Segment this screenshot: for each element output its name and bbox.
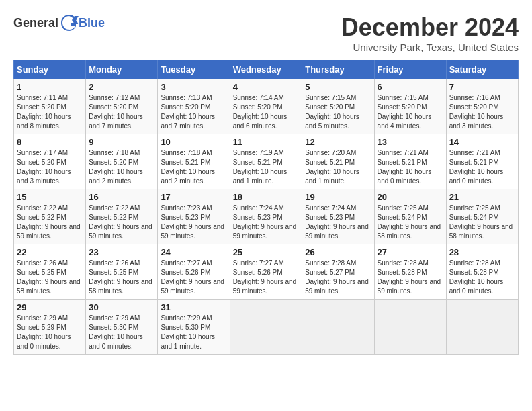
day-number: 4 xyxy=(233,82,300,92)
day-info: Sunrise: 7:27 AM Sunset: 5:26 PM Dayligh… xyxy=(233,259,300,296)
day-info: Sunrise: 7:27 AM Sunset: 5:26 PM Dayligh… xyxy=(161,259,226,296)
calendar-cell: 31 Sunrise: 7:29 AM Sunset: 5:30 PM Dayl… xyxy=(158,300,230,355)
day-number: 21 xyxy=(449,192,515,202)
logo-icon xyxy=(60,13,79,32)
col-friday: Friday xyxy=(374,60,446,79)
day-number: 10 xyxy=(161,137,226,147)
col-saturday: Saturday xyxy=(446,60,518,79)
day-number: 13 xyxy=(378,137,443,147)
day-number: 18 xyxy=(233,192,300,202)
calendar-cell xyxy=(302,300,374,355)
calendar-cell: 23 Sunrise: 7:26 AM Sunset: 5:25 PM Dayl… xyxy=(86,244,158,300)
day-info: Sunrise: 7:15 AM Sunset: 5:20 PM Dayligh… xyxy=(305,93,371,131)
day-info: Sunrise: 7:26 AM Sunset: 5:25 PM Dayligh… xyxy=(17,259,83,296)
col-wednesday: Wednesday xyxy=(230,60,302,79)
day-number: 16 xyxy=(89,192,154,202)
calendar-cell: 27 Sunrise: 7:28 AM Sunset: 5:28 PM Dayl… xyxy=(374,244,446,300)
calendar-cell: 4 Sunrise: 7:14 AM Sunset: 5:20 PM Dayli… xyxy=(230,79,302,134)
day-number: 9 xyxy=(89,137,154,147)
day-info: Sunrise: 7:26 AM Sunset: 5:25 PM Dayligh… xyxy=(89,259,154,296)
day-number: 15 xyxy=(17,192,83,202)
day-number: 11 xyxy=(233,137,300,147)
day-info: Sunrise: 7:13 AM Sunset: 5:20 PM Dayligh… xyxy=(161,93,226,131)
logo-blue-text: Blue xyxy=(79,16,105,30)
day-number: 7 xyxy=(449,82,515,92)
calendar-week-row: 8 Sunrise: 7:17 AM Sunset: 5:20 PM Dayli… xyxy=(14,134,519,189)
calendar-cell: 5 Sunrise: 7:15 AM Sunset: 5:20 PM Dayli… xyxy=(302,79,374,134)
day-number: 5 xyxy=(305,82,371,92)
day-info: Sunrise: 7:23 AM Sunset: 5:23 PM Dayligh… xyxy=(161,203,226,241)
day-number: 24 xyxy=(161,247,226,257)
day-info: Sunrise: 7:28 AM Sunset: 5:27 PM Dayligh… xyxy=(305,259,371,296)
day-info: Sunrise: 7:21 AM Sunset: 5:21 PM Dayligh… xyxy=(449,148,515,186)
calendar-week-row: 29 Sunrise: 7:29 AM Sunset: 5:29 PM Dayl… xyxy=(14,300,519,355)
day-info: Sunrise: 7:20 AM Sunset: 5:21 PM Dayligh… xyxy=(305,148,371,186)
day-number: 12 xyxy=(305,137,371,147)
col-monday: Monday xyxy=(86,60,158,79)
calendar-cell: 1 Sunrise: 7:11 AM Sunset: 5:20 PM Dayli… xyxy=(14,79,86,134)
day-info: Sunrise: 7:14 AM Sunset: 5:20 PM Dayligh… xyxy=(233,93,300,131)
day-info: Sunrise: 7:22 AM Sunset: 5:22 PM Dayligh… xyxy=(89,203,154,241)
day-info: Sunrise: 7:18 AM Sunset: 5:20 PM Dayligh… xyxy=(89,148,154,186)
logo: General Blue xyxy=(13,13,105,32)
day-info: Sunrise: 7:28 AM Sunset: 5:28 PM Dayligh… xyxy=(449,259,515,296)
calendar-cell: 25 Sunrise: 7:27 AM Sunset: 5:26 PM Dayl… xyxy=(230,244,302,300)
calendar-cell xyxy=(230,300,302,355)
day-number: 3 xyxy=(161,82,226,92)
calendar-cell: 22 Sunrise: 7:26 AM Sunset: 5:25 PM Dayl… xyxy=(14,244,86,300)
logo-general-text: General xyxy=(13,16,58,30)
calendar-cell: 13 Sunrise: 7:21 AM Sunset: 5:21 PM Dayl… xyxy=(374,134,446,189)
day-number: 17 xyxy=(161,192,226,202)
calendar-cell: 16 Sunrise: 7:22 AM Sunset: 5:22 PM Dayl… xyxy=(86,189,158,244)
title-block: December 2024 University Park, Texas, Un… xyxy=(341,13,519,53)
calendar-header-row: Sunday Monday Tuesday Wednesday Thursday… xyxy=(14,60,519,79)
calendar-cell: 28 Sunrise: 7:28 AM Sunset: 5:28 PM Dayl… xyxy=(446,244,518,300)
day-number: 6 xyxy=(378,82,443,92)
calendar-cell: 7 Sunrise: 7:16 AM Sunset: 5:20 PM Dayli… xyxy=(446,79,518,134)
day-number: 22 xyxy=(17,247,83,257)
day-info: Sunrise: 7:24 AM Sunset: 5:23 PM Dayligh… xyxy=(233,203,300,241)
calendar-cell: 9 Sunrise: 7:18 AM Sunset: 5:20 PM Dayli… xyxy=(86,134,158,189)
day-number: 20 xyxy=(378,192,443,202)
day-info: Sunrise: 7:11 AM Sunset: 5:20 PM Dayligh… xyxy=(17,93,83,131)
calendar-cell: 20 Sunrise: 7:25 AM Sunset: 5:24 PM Dayl… xyxy=(374,189,446,244)
calendar-cell: 21 Sunrise: 7:25 AM Sunset: 5:24 PM Dayl… xyxy=(446,189,518,244)
calendar-cell: 15 Sunrise: 7:22 AM Sunset: 5:22 PM Dayl… xyxy=(14,189,86,244)
col-sunday: Sunday xyxy=(14,60,86,79)
calendar-cell xyxy=(374,300,446,355)
day-info: Sunrise: 7:24 AM Sunset: 5:23 PM Dayligh… xyxy=(305,203,371,241)
calendar-cell: 17 Sunrise: 7:23 AM Sunset: 5:23 PM Dayl… xyxy=(158,189,230,244)
calendar-cell: 3 Sunrise: 7:13 AM Sunset: 5:20 PM Dayli… xyxy=(158,79,230,134)
col-thursday: Thursday xyxy=(302,60,374,79)
day-info: Sunrise: 7:12 AM Sunset: 5:20 PM Dayligh… xyxy=(89,93,154,131)
day-number: 8 xyxy=(17,137,83,147)
day-info: Sunrise: 7:25 AM Sunset: 5:24 PM Dayligh… xyxy=(449,203,515,241)
day-number: 26 xyxy=(305,247,371,257)
day-info: Sunrise: 7:28 AM Sunset: 5:28 PM Dayligh… xyxy=(378,259,443,296)
page-header: General Blue December 2024 University Pa… xyxy=(13,13,519,53)
col-tuesday: Tuesday xyxy=(158,60,230,79)
day-number: 19 xyxy=(305,192,371,202)
day-info: Sunrise: 7:29 AM Sunset: 5:30 PM Dayligh… xyxy=(89,314,154,351)
day-number: 2 xyxy=(89,82,154,92)
day-number: 23 xyxy=(89,247,154,257)
calendar-cell: 30 Sunrise: 7:29 AM Sunset: 5:30 PM Dayl… xyxy=(86,300,158,355)
day-info: Sunrise: 7:29 AM Sunset: 5:29 PM Dayligh… xyxy=(17,314,83,351)
calendar-week-row: 22 Sunrise: 7:26 AM Sunset: 5:25 PM Dayl… xyxy=(14,244,519,300)
day-number: 30 xyxy=(89,302,154,312)
calendar-cell: 2 Sunrise: 7:12 AM Sunset: 5:20 PM Dayli… xyxy=(86,79,158,134)
calendar-cell: 24 Sunrise: 7:27 AM Sunset: 5:26 PM Dayl… xyxy=(158,244,230,300)
day-info: Sunrise: 7:29 AM Sunset: 5:30 PM Dayligh… xyxy=(161,314,226,351)
calendar-cell: 14 Sunrise: 7:21 AM Sunset: 5:21 PM Dayl… xyxy=(446,134,518,189)
day-info: Sunrise: 7:15 AM Sunset: 5:20 PM Dayligh… xyxy=(378,93,443,131)
day-number: 29 xyxy=(17,302,83,312)
calendar-cell: 12 Sunrise: 7:20 AM Sunset: 5:21 PM Dayl… xyxy=(302,134,374,189)
day-number: 1 xyxy=(17,82,83,92)
calendar-week-row: 1 Sunrise: 7:11 AM Sunset: 5:20 PM Dayli… xyxy=(14,79,519,134)
day-info: Sunrise: 7:19 AM Sunset: 5:21 PM Dayligh… xyxy=(233,148,300,186)
calendar-cell xyxy=(446,300,518,355)
calendar-cell: 18 Sunrise: 7:24 AM Sunset: 5:23 PM Dayl… xyxy=(230,189,302,244)
day-info: Sunrise: 7:22 AM Sunset: 5:22 PM Dayligh… xyxy=(17,203,83,241)
day-info: Sunrise: 7:16 AM Sunset: 5:20 PM Dayligh… xyxy=(449,93,515,131)
day-number: 28 xyxy=(449,247,515,257)
